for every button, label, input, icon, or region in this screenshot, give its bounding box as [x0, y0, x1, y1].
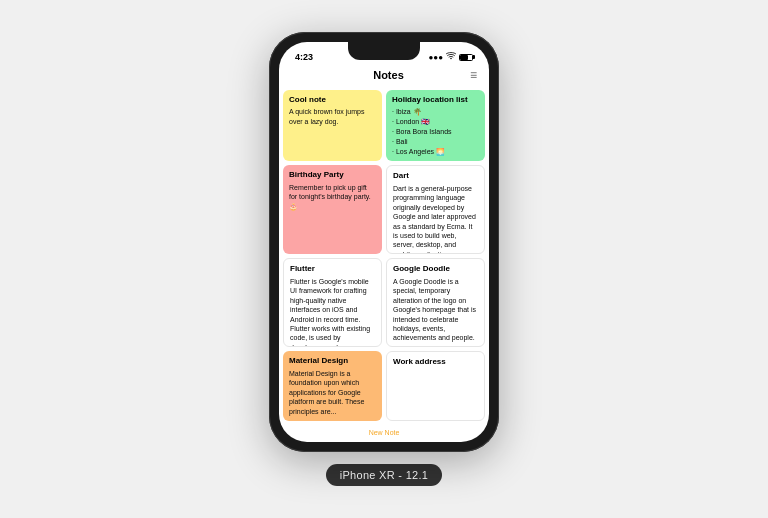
note-title: Birthday Party — [289, 170, 376, 180]
menu-icon[interactable]: ≡ — [470, 68, 477, 82]
list-item: · Los Angeles 🌅 — [392, 147, 479, 157]
note-work-address[interactable]: Work address — [386, 351, 485, 421]
note-google-doodle[interactable]: Google Doodle A Google Doodle is a speci… — [386, 258, 485, 347]
note-dart[interactable]: Dart Dart is a general-purpose programmi… — [386, 165, 485, 254]
note-title: Cool note — [289, 95, 376, 105]
app-title: Notes — [373, 69, 404, 81]
note-material-design[interactable]: Material Design Material Design is a fou… — [283, 351, 382, 421]
notes-grid: Cool note A quick brown fox jumps over a… — [279, 86, 489, 425]
phone-shell: 4:23 ●●● — [269, 32, 499, 452]
notch — [348, 42, 420, 60]
scene: 4:23 ●●● — [269, 32, 499, 486]
note-body: Remember to pick up gift for tonight's b… — [289, 183, 376, 211]
note-holiday-location[interactable]: Holiday location list · Ibiza 🌴 · London… — [386, 90, 485, 161]
note-body: A Google Doodle is a special, temporary … — [393, 277, 478, 343]
status-icons: ●●● — [429, 52, 474, 62]
nav-bar: Notes ≡ — [279, 66, 489, 86]
note-body: Flutter is Google's mobile UI framework … — [290, 277, 375, 348]
note-body: Dart is a general-purpose programming la… — [393, 184, 478, 255]
note-flutter[interactable]: Flutter Flutter is Google's mobile UI fr… — [283, 258, 382, 347]
wifi-icon — [446, 52, 456, 62]
home-indicator — [354, 437, 414, 440]
list-item: · Ibiza 🌴 — [392, 107, 479, 117]
list-item: · Bali — [392, 137, 479, 147]
note-cool-note[interactable]: Cool note A quick brown fox jumps over a… — [283, 90, 382, 161]
device-label: iPhone XR - 12.1 — [326, 464, 443, 486]
new-note-label[interactable]: New Note — [369, 429, 400, 436]
list-item: · Bora Bora Islands — [392, 127, 479, 137]
note-title: Work address — [393, 357, 478, 367]
status-time: 4:23 — [295, 52, 313, 62]
note-title: Flutter — [290, 264, 375, 274]
screen: 4:23 ●●● — [279, 42, 489, 442]
list-item: · London 🇬🇧 — [392, 117, 479, 127]
note-title: Material Design — [289, 356, 376, 366]
note-body: Material Design is a foundation upon whi… — [289, 369, 376, 416]
battery-icon — [459, 54, 473, 61]
signal-icon: ●●● — [429, 53, 444, 62]
note-title: Dart — [393, 171, 478, 181]
note-birthday-party[interactable]: Birthday Party Remember to pick up gift … — [283, 165, 382, 254]
note-title: Holiday location list — [392, 95, 479, 105]
note-body: A quick brown fox jumps over a lazy dog. — [289, 107, 376, 126]
note-title: Google Doodle — [393, 264, 478, 274]
